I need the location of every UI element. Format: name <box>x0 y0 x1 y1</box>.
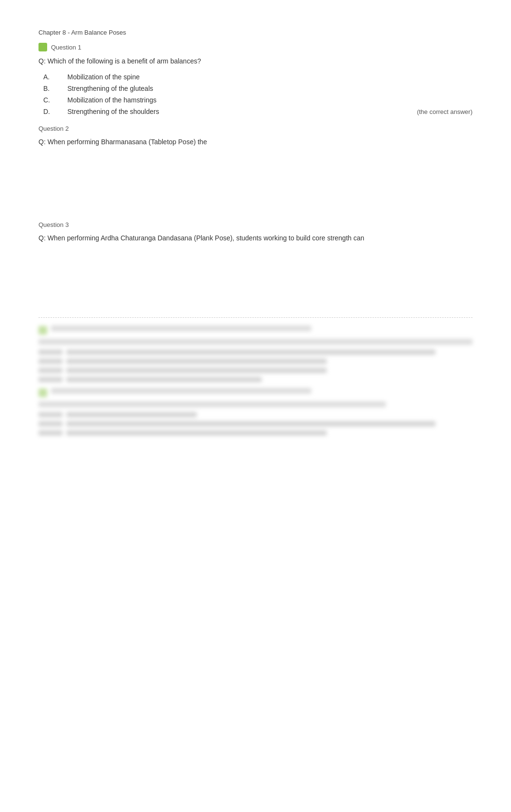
question-1-header: Question 1 <box>38 43 473 51</box>
answer-1-b: B. Strengthening of the gluteals <box>43 85 473 92</box>
blurred-q5-c <box>38 430 473 436</box>
answer-1-a: A. Mobilization of the spine <box>43 73 473 81</box>
blurred-q5-a-text <box>66 412 197 417</box>
question-1-answers: A. Mobilization of the spine B. Strength… <box>43 73 473 115</box>
blurred-q5-b-letter <box>38 421 63 426</box>
blurred-question-4 <box>38 325 473 436</box>
blurred-q4-c-letter <box>38 368 63 373</box>
question-1-label: Question 1 <box>51 44 81 51</box>
question-2-label: Question 2 <box>38 125 69 132</box>
blurred-q4-a-letter <box>38 350 63 355</box>
blurred-q4-c <box>38 368 473 373</box>
blurred-q5-badge <box>38 388 47 397</box>
blurred-q4-text-1 <box>38 339 473 345</box>
answer-1-b-text: Strengthening of the gluteals <box>67 85 473 92</box>
blurred-q4-d-text <box>66 377 262 382</box>
blurred-q5-header <box>38 388 473 398</box>
blurred-q5-c-text <box>66 430 327 436</box>
blurred-q4-b-text <box>66 359 327 364</box>
question-3-block: Question 3 Q: When performing Ardha Chat… <box>38 221 473 308</box>
blurred-q5-b-text <box>66 421 435 426</box>
blurred-q5-b <box>38 421 473 426</box>
blurred-q4-header <box>38 325 473 335</box>
blurred-q5-text <box>38 401 386 407</box>
answer-1-c: C. Mobilization of the hamstrings <box>43 96 473 104</box>
question-3-label: Question 3 <box>38 221 69 228</box>
question-1-text: Q: Which of the following is a benefit o… <box>38 56 473 66</box>
correct-badge-1: (the correct answer) <box>417 108 473 115</box>
question-2-space <box>38 154 473 212</box>
question-3-text: Q: When performing Ardha Chaturanga Dand… <box>38 233 473 243</box>
blurred-q4-badge <box>38 326 47 335</box>
blurred-q4-b-letter <box>38 359 63 364</box>
answer-1-c-text: Mobilization of the hamstrings <box>67 96 473 104</box>
blurred-questions-container <box>38 317 473 436</box>
answer-1-b-letter: B. <box>43 85 67 92</box>
blurred-q5-c-letter <box>38 430 63 436</box>
blurred-q4-d-letter <box>38 377 63 382</box>
answer-1-d-letter: D. <box>43 108 67 115</box>
chapter-title: Chapter 8 - Arm Balance Poses <box>38 29 473 36</box>
blurred-q5-a <box>38 412 473 417</box>
answer-1-d: D. Strengthening of the shoulders (the c… <box>43 108 473 115</box>
blurred-q4-a <box>38 350 473 355</box>
answer-1-a-text: Mobilization of the spine <box>67 73 473 81</box>
question-2-header: Question 2 <box>38 125 473 132</box>
blurred-q5-a-letter <box>38 412 63 417</box>
blurred-q4-c-text <box>66 368 327 373</box>
blurred-q5-label <box>51 388 311 394</box>
question-3-header: Question 3 <box>38 221 473 228</box>
blurred-q4-d <box>38 377 473 382</box>
blurred-q4-label <box>51 325 311 331</box>
question-1-badge <box>38 43 47 51</box>
question-2-block: Question 2 Q: When performing Bharmanasa… <box>38 125 473 212</box>
question-1-block: Question 1 Q: Which of the following is … <box>38 43 473 115</box>
answer-1-a-letter: A. <box>43 73 67 81</box>
question-2-text: Q: When performing Bharmanasana (Tableto… <box>38 137 473 147</box>
blurred-q4-a-text <box>66 350 435 355</box>
answer-1-d-text: Strengthening of the shoulders <box>67 108 411 115</box>
blurred-q4-b <box>38 359 473 364</box>
question-3-space <box>38 250 473 308</box>
answer-1-c-letter: C. <box>43 96 67 104</box>
